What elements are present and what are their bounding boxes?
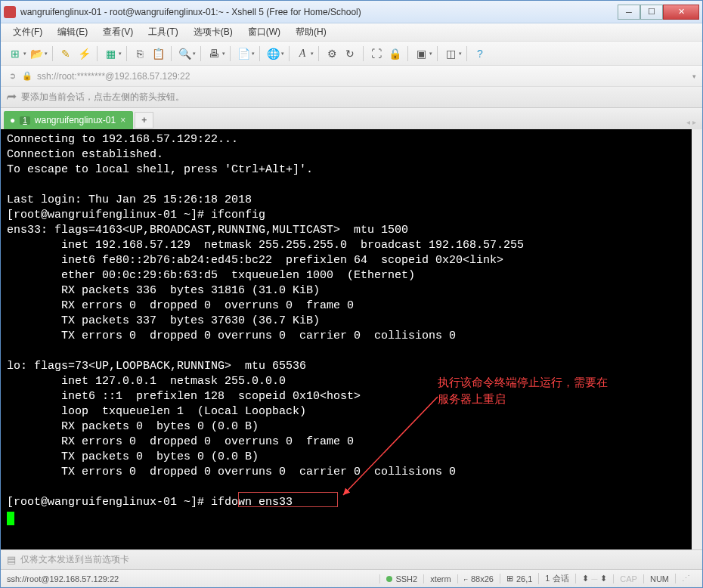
reconnect-icon[interactable]: ✎ <box>57 45 74 62</box>
send-bar: ▤ 仅将文本发送到当前选项卡 <box>1 549 702 569</box>
dropdown-arrow-icon[interactable]: ▾ <box>692 73 696 80</box>
fullscreen-icon[interactable]: ⛶ <box>368 45 385 62</box>
dropdown-arrow-icon[interactable]: ▾ <box>23 51 26 57</box>
separator <box>230 46 231 61</box>
separator <box>52 46 53 61</box>
menu-tools[interactable]: 工具(T) <box>142 24 184 40</box>
annotation-box <box>238 492 338 507</box>
layout-icon[interactable]: ▣ <box>413 45 429 62</box>
new-session-icon[interactable]: ⊞ <box>7 45 23 62</box>
menu-file[interactable]: 文件(F) <box>7 24 48 40</box>
disconnect-icon[interactable]: ⚡ <box>76 45 92 62</box>
lock-icon[interactable]: 🔒 <box>386 45 403 62</box>
status-sessions: 1 会话 <box>538 573 574 584</box>
menu-bar: 文件(F) 编辑(E) 查看(V) 工具(T) 选项卡(B) 窗口(W) 帮助(… <box>1 23 702 42</box>
properties-icon[interactable]: ▦ <box>102 45 119 62</box>
send-placeholder[interactable]: 仅将文本发送到当前选项卡 <box>20 553 129 566</box>
menu-edit[interactable]: 编辑(E) <box>51 24 94 40</box>
separator <box>289 46 290 61</box>
globe-icon[interactable]: 🌐 <box>265 45 281 62</box>
dropdown-arrow-icon[interactable]: ▾ <box>45 51 48 57</box>
print-icon[interactable]: 🖶 <box>206 45 222 62</box>
script-icon[interactable]: 📄 <box>235 45 252 62</box>
address-bar: ➲ 🔒 ssh://root:********@192.168.57.129:2… <box>1 66 702 87</box>
lock-icon: 🔒 <box>22 71 33 82</box>
tab-nav[interactable]: ◂ ▸ <box>683 115 699 129</box>
toolbar: ⊞▾ 📂▾ ✎ ⚡ ▦▾ ⎘ 📋 🔍▾ 🖶▾ 📄▾ 🌐▾ A▾ ⚙ ↻ ⛶ 🔒 … <box>1 42 702 66</box>
separator <box>171 46 172 61</box>
bookmark-icon[interactable]: ➲ <box>7 71 17 82</box>
annotation-arrow <box>339 389 445 503</box>
status-num: NUM <box>643 574 675 583</box>
refresh-icon[interactable]: ↻ <box>342 45 358 62</box>
menu-window[interactable]: 窗口(W) <box>242 24 286 40</box>
dropdown-arrow-icon[interactable]: ▾ <box>193 51 196 57</box>
separator <box>466 46 467 61</box>
status-position: ⊞ 26,1 <box>500 574 538 583</box>
bullet-icon: ● <box>10 115 15 125</box>
separator <box>97 46 98 61</box>
font-icon[interactable]: A <box>294 45 311 62</box>
info-text: 要添加当前会话，点击左侧的箭头按钮。 <box>21 91 184 104</box>
add-session-icon[interactable]: ⮫ <box>7 91 17 103</box>
help-icon[interactable]: ? <box>472 45 488 62</box>
tab-label: wangruifenglinux-01 <box>35 115 116 125</box>
status-bar: ssh://root@192.168.57.129:22 SSH2 xterm … <box>1 569 702 587</box>
menu-tab[interactable]: 选项卡(B) <box>187 24 239 40</box>
window-controls: ─ ☐ ✕ <box>618 5 699 20</box>
status-ssh: SSH2 <box>379 574 423 583</box>
svg-line-0 <box>343 397 438 495</box>
tab-close-icon[interactable]: × <box>120 115 125 125</box>
annotation-text: 执行该命令终端停止运行，需要在 服务器上重启 <box>438 374 608 407</box>
tab-bar: ● 1 wangruifenglinux-01 × + ◂ ▸ <box>1 108 702 129</box>
separator <box>259 46 260 61</box>
dropdown-arrow-icon[interactable]: ▾ <box>429 51 432 57</box>
separator <box>407 46 408 61</box>
dropdown-arrow-icon[interactable]: ▾ <box>459 51 462 57</box>
split-icon[interactable]: ◫ <box>442 45 459 62</box>
window-titlebar: wangruifenglinux-01 - root@wangruifengli… <box>1 1 702 23</box>
terminal-cursor <box>7 512 14 525</box>
close-button[interactable]: ✕ <box>663 5 699 20</box>
gear-icon[interactable]: ⚙ <box>324 45 340 62</box>
send-icon[interactable]: ▤ <box>7 554 16 565</box>
minimize-button[interactable]: ─ <box>618 5 640 20</box>
dropdown-arrow-icon[interactable]: ▾ <box>281 51 284 57</box>
search-icon[interactable]: 🔍 <box>176 45 193 62</box>
dropdown-arrow-icon[interactable]: ▾ <box>311 51 314 57</box>
info-bar: ⮫ 要添加当前会话，点击左侧的箭头按钮。 <box>1 87 702 108</box>
separator <box>200 46 201 61</box>
status-term: xterm <box>423 574 457 583</box>
terminal-area[interactable]: Connecting to 192.168.57.129:22... Conne… <box>1 129 702 549</box>
maximize-button[interactable]: ☐ <box>640 5 663 20</box>
menu-help[interactable]: 帮助(H) <box>290 24 333 40</box>
status-size: ⌐ 88x26 <box>457 574 500 583</box>
separator <box>126 46 127 61</box>
status-grip[interactable]: ⋰ <box>675 574 696 583</box>
status-connection: ssh://root@192.168.57.129:22 <box>7 574 379 583</box>
paste-icon[interactable]: 📋 <box>150 45 166 62</box>
copy-icon[interactable]: ⎘ <box>132 45 148 62</box>
separator <box>318 46 319 61</box>
separator <box>363 46 364 61</box>
session-tab[interactable]: ● 1 wangruifenglinux-01 × <box>4 111 133 129</box>
open-folder-icon[interactable]: 📂 <box>28 45 45 62</box>
dropdown-arrow-icon[interactable]: ▾ <box>119 51 122 57</box>
dropdown-arrow-icon[interactable]: ▾ <box>222 51 225 57</box>
status-dot-icon <box>386 576 392 582</box>
separator <box>437 46 438 61</box>
dropdown-arrow-icon[interactable]: ▾ <box>252 51 255 57</box>
status-cap: CAP <box>613 574 643 583</box>
status-scroll[interactable]: ⬍ ─ ⬍ <box>575 574 614 583</box>
terminal-output: Connecting to 192.168.57.129:22... Conne… <box>7 133 524 509</box>
address-text[interactable]: ssh://root:********@192.168.57.129:22 <box>37 71 688 82</box>
app-icon <box>4 6 16 18</box>
window-title: wangruifenglinux-01 - root@wangruifengli… <box>20 7 618 17</box>
add-tab-button[interactable]: + <box>135 112 153 128</box>
tab-number: 1 <box>20 116 30 125</box>
menu-view[interactable]: 查看(V) <box>97 24 139 40</box>
